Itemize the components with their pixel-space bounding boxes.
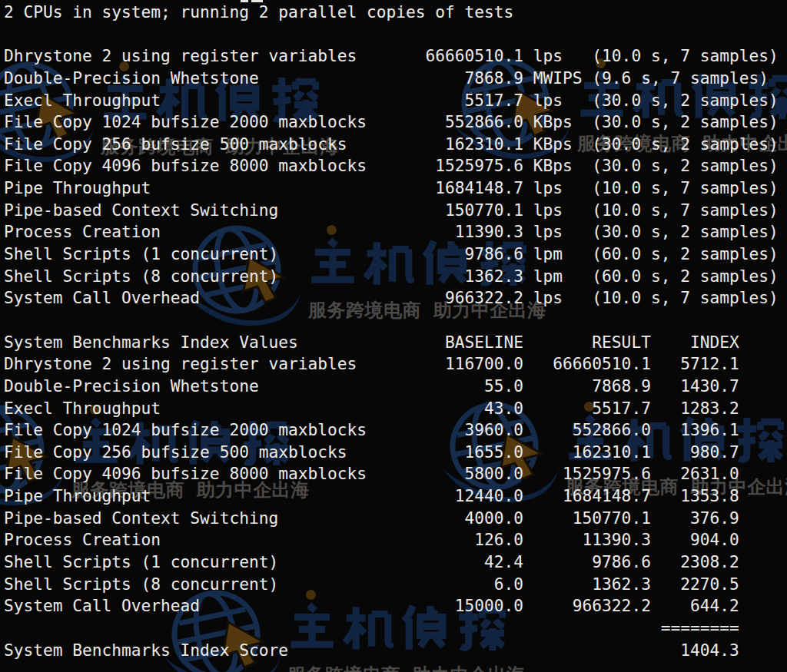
terminal-line: Process Creation 126.0 11390.3 904.0 [4,529,779,551]
terminal-line: ======== [4,617,779,640]
truncated-line-fragment [251,0,263,2]
terminal-line: System Benchmarks Index Score 1404.3 [4,640,779,662]
watermark-tagline: 服务跨境电商 助力中企出海 [287,663,526,672]
terminal-line: Shell Scripts (8 concurrent) 1362.3 lpm … [4,266,779,288]
terminal-line: Double-Precision Whetstone 55.0 7868.9 1… [4,376,779,398]
truncated-line-fragment [241,0,248,2]
terminal-line [4,24,779,46]
terminal-line: File Copy 4096 bufsize 8000 maxblocks 15… [4,155,779,177]
terminal-line: Dhrystone 2 using register variables 116… [4,353,779,376]
terminal-line: System Call Overhead 966322.2 lps (10.0 … [4,287,779,310]
terminal-line: Execl Throughput 5517.7 lps (30.0 s, 2 s… [4,90,779,112]
terminal-line: Double-Precision Whetstone 7868.9 MWIPS … [4,68,779,90]
terminal-screen: 主机侦探 服务跨境电商 助力中企出海 主机侦探 服务跨境电商 助力中企出海 主机… [0,0,787,672]
terminal-line: Execl Throughput 43.0 5517.7 1283.2 [4,398,779,420]
terminal-line: Shell Scripts (8 concurrent) 6.0 1362.3 … [4,574,779,596]
terminal-line: Process Creation 11390.3 lps (30.0 s, 2 … [4,221,779,243]
terminal-line: System Benchmarks Index Values BASELINE … [4,332,779,354]
terminal-line: File Copy 1024 bufsize 2000 maxblocks 55… [4,111,779,134]
terminal-line: Shell Scripts (1 concurrent) 9786.6 lpm … [4,243,779,266]
terminal-line: Dhrystone 2 using register variables 666… [4,45,779,68]
terminal-line: File Copy 256 bufsize 500 maxblocks 1655… [4,442,779,464]
terminal-line: Pipe Throughput 12440.0 1684148.7 1353.8 [4,485,779,508]
terminal-text-layer: 2 CPUs in system; running 2 parallel cop… [4,2,779,661]
terminal-line: 2 CPUs in system; running 2 parallel cop… [4,2,779,24]
terminal-line: System Call Overhead 15000.0 966322.2 64… [4,595,779,617]
terminal-line: Shell Scripts (1 concurrent) 42.4 9786.6… [4,551,779,574]
terminal-line: Pipe-based Context Switching 4000.0 1507… [4,508,779,530]
terminal-line: Pipe Throughput 1684148.7 lps (10.0 s, 7… [4,177,779,200]
terminal-line [4,310,779,332]
terminal-line: Pipe-based Context Switching 150770.1 lp… [4,200,779,222]
terminal-line: File Copy 256 bufsize 500 maxblocks 1623… [4,134,779,156]
terminal-line: File Copy 4096 bufsize 8000 maxblocks 58… [4,463,779,485]
terminal-line: File Copy 1024 bufsize 2000 maxblocks 39… [4,419,779,442]
